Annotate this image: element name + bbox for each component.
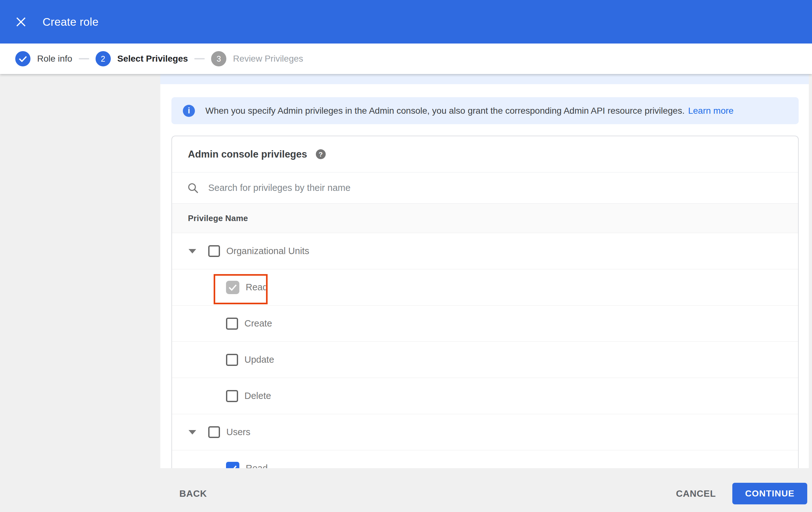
checkbox-read-users-checked[interactable] bbox=[226, 462, 239, 468]
step-select-privileges[interactable]: 2 Select Privileges bbox=[95, 51, 188, 66]
table-header-row: Privilege Name bbox=[172, 203, 798, 233]
privilege-label: Create bbox=[244, 318, 272, 329]
privilege-row-read-org-units: Read bbox=[172, 269, 798, 305]
step-label: Role info bbox=[37, 54, 72, 64]
step-number-badge: 2 bbox=[95, 51, 111, 66]
search-placeholder: Search for privileges by their name bbox=[208, 183, 350, 193]
privilege-row-create: Create bbox=[172, 305, 798, 342]
search-icon bbox=[187, 182, 199, 194]
privilege-label: Read bbox=[246, 282, 268, 293]
privilege-label: Update bbox=[244, 354, 274, 365]
step-connector bbox=[194, 58, 205, 59]
privilege-row-organizational-units: Organizational Units bbox=[172, 233, 798, 269]
step-role-info[interactable]: Role info bbox=[15, 51, 72, 66]
step-label: Review Privileges bbox=[233, 54, 303, 64]
step-connector bbox=[79, 58, 89, 59]
collapse-arrow-icon[interactable] bbox=[188, 430, 196, 434]
checkbox-update[interactable] bbox=[226, 354, 238, 366]
cancel-button[interactable]: CANCEL bbox=[676, 488, 716, 499]
checkbox-organizational-units[interactable] bbox=[208, 245, 220, 257]
help-icon[interactable]: ? bbox=[316, 149, 326, 159]
step-complete-check-icon bbox=[15, 51, 30, 66]
card-title: Admin console privileges bbox=[188, 149, 307, 160]
info-icon: i bbox=[183, 105, 195, 117]
checkbox-users[interactable] bbox=[208, 426, 220, 438]
app-bar: Create role bbox=[0, 0, 812, 44]
footer-action-bar: BACK CANCEL CONTINUE bbox=[0, 468, 812, 512]
step-number-badge: 3 bbox=[211, 51, 226, 66]
step-label: Select Privileges bbox=[117, 54, 188, 64]
column-header-privilege-name: Privilege Name bbox=[188, 213, 248, 223]
banner-text: When you specify Admin privileges in the… bbox=[205, 106, 685, 116]
privilege-row-delete: Delete bbox=[172, 378, 798, 414]
privilege-rows: Organizational Units Read Create Update … bbox=[172, 233, 798, 468]
back-button[interactable]: BACK bbox=[179, 488, 207, 499]
privilege-search-input[interactable]: Search for privileges by their name bbox=[172, 172, 798, 203]
privilege-label: Organizational Units bbox=[226, 246, 309, 256]
privilege-row-read-users: Read bbox=[172, 450, 798, 468]
privilege-label: Users bbox=[226, 427, 251, 437]
scrollbar-track[interactable] bbox=[809, 74, 812, 468]
step-review-privileges[interactable]: 3 Review Privileges bbox=[211, 51, 303, 66]
continue-button[interactable]: CONTINUE bbox=[732, 483, 807, 504]
privilege-row-users: Users bbox=[172, 414, 798, 450]
wizard-stepper: Role info 2 Select Privileges 3 Review P… bbox=[0, 44, 812, 74]
checkbox-read-checked-disabled[interactable] bbox=[226, 281, 239, 294]
checkbox-create[interactable] bbox=[226, 318, 238, 330]
admin-privileges-card: Admin console privileges ? Search for pr… bbox=[171, 136, 799, 468]
close-icon[interactable] bbox=[14, 16, 27, 28]
checkbox-delete[interactable] bbox=[226, 390, 238, 402]
scrolled-content-strip bbox=[160, 74, 809, 84]
privilege-row-update: Update bbox=[172, 342, 798, 378]
page-title: Create role bbox=[42, 16, 98, 28]
card-title-row: Admin console privileges ? bbox=[172, 136, 798, 172]
learn-more-link[interactable]: Learn more bbox=[688, 106, 733, 116]
left-gutter-panel bbox=[0, 74, 160, 468]
privilege-label: Read bbox=[246, 463, 268, 468]
collapse-arrow-icon[interactable] bbox=[188, 249, 196, 253]
privilege-label: Delete bbox=[244, 391, 271, 401]
info-banner: i When you specify Admin privileges in t… bbox=[171, 97, 799, 124]
